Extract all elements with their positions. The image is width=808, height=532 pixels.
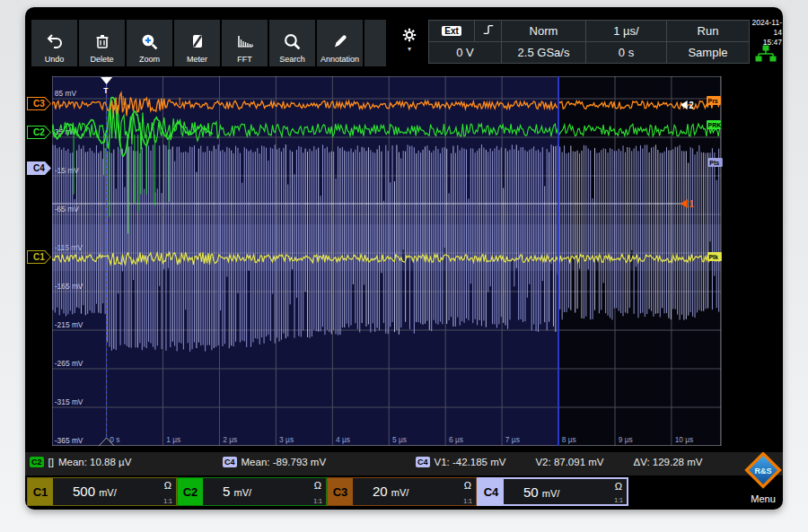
- channel-c4-coupling: Ω: [615, 481, 622, 492]
- svg-text:1 µs: 1 µs: [166, 435, 181, 444]
- cursor-dv-value: ΔV: 129.28 mV: [634, 457, 703, 467]
- channel-marker-c4[interactable]: C4: [27, 161, 51, 175]
- channel-marker-c1-label: C1: [28, 251, 50, 263]
- svg-text:85 mV: 85 mV: [55, 89, 76, 98]
- channel-c4-unit: mV/: [542, 488, 560, 499]
- horiz-position-cell[interactable]: 0 s: [585, 41, 667, 64]
- fft-button[interactable]: FFT: [222, 20, 268, 66]
- chevron-down-icon: ▾: [398, 47, 421, 52]
- rising-edge-icon: [482, 23, 495, 39]
- channel-c2-scale: 5: [223, 484, 230, 499]
- oscilloscope-screen: Undo Delete Zoom Meter FFT Search Anno: [25, 7, 783, 510]
- trigger-source-badge: Ext: [442, 26, 461, 36]
- measurement-bar: C2 [] Mean: 10.88 µV C4 Mean: -89.793 mV…: [25, 452, 783, 475]
- channel-c2-unit: mV/: [234, 487, 252, 498]
- cursor-results[interactable]: C4 V1: -42.185 mV V2: 87.091 mV ΔV: 129.…: [416, 457, 702, 467]
- fft-label: FFT: [237, 55, 252, 66]
- settings-button[interactable]: ▾: [398, 27, 421, 66]
- channel-c4-probe: 1:1: [614, 497, 623, 503]
- svg-text:2: 2: [689, 100, 693, 110]
- datetime-display: 2024-11-14 15:47: [748, 18, 782, 48]
- timebase-cell[interactable]: 1 µs/: [585, 20, 667, 42]
- channel-marker-c3[interactable]: C3: [27, 97, 51, 110]
- meter-icon: [189, 28, 206, 55]
- svg-text:-315 mV: -315 mV: [55, 397, 83, 406]
- undo-label: Undo: [45, 55, 65, 66]
- cursor-source-badge: C4: [416, 457, 430, 467]
- channel-c1-coupling: Ω: [164, 480, 171, 491]
- sample-rate-value: 2.5 GSa/s: [518, 46, 570, 59]
- svg-text:9 µs: 9 µs: [619, 435, 634, 444]
- acq-state-cell[interactable]: Run: [666, 20, 750, 42]
- svg-text:-65 mV: -65 mV: [55, 205, 79, 214]
- meter-label: Meter: [187, 55, 207, 66]
- acq-mode-cell[interactable]: Sample: [666, 41, 750, 64]
- toolbar-spacer: [364, 20, 386, 66]
- date-text: 2024-11-14: [748, 18, 782, 38]
- search-label: Search: [279, 55, 305, 66]
- svg-text:R&S: R&S: [754, 467, 771, 475]
- channel-c4-badge: C4: [479, 479, 504, 504]
- channel-c2-coupling: Ω: [314, 480, 321, 491]
- channel-c3-settings[interactable]: C3 20 mV/ Ω 1:1: [327, 477, 477, 506]
- svg-text:7 µs: 7 µs: [505, 435, 521, 444]
- channel-c1-badge: C1: [28, 478, 53, 505]
- svg-text:4 µs: 4 µs: [336, 435, 351, 444]
- svg-text:1: 1: [689, 199, 694, 209]
- svg-text:PRK: PRK: [707, 121, 721, 129]
- trigger-source-cell[interactable]: Ext: [428, 20, 475, 42]
- channel-c4-settings[interactable]: C4 50 mV/ Ω 1:1: [477, 477, 628, 506]
- measurement-1-source-badge: C2: [30, 457, 44, 467]
- channel-marker-c2[interactable]: C2: [27, 126, 51, 139]
- channel-c2-badge: C2: [178, 478, 203, 505]
- undo-button[interactable]: Undo: [31, 20, 77, 66]
- svg-text:-265 mV: -265 mV: [55, 359, 83, 368]
- search-icon: [283, 28, 302, 55]
- svg-text:T: T: [103, 86, 109, 95]
- channel-marker-c3-label: C3: [28, 98, 50, 109]
- meter-button[interactable]: Meter: [174, 20, 220, 66]
- channel-c3-unit: mV/: [391, 487, 409, 498]
- sample-rate-cell[interactable]: 2.5 GSa/s: [501, 41, 586, 64]
- svg-text:8 µs: 8 µs: [562, 435, 577, 444]
- channel-marker-c1[interactable]: C1: [27, 250, 51, 264]
- svg-text:5 µs: 5 µs: [392, 435, 408, 444]
- annotation-label: Annotation: [321, 55, 359, 66]
- svg-text:-15 mV: -15 mV: [55, 166, 79, 175]
- trigger-level-cell[interactable]: 0 V: [428, 41, 502, 64]
- trigger-slope-cell[interactable]: [474, 20, 502, 42]
- menu-label: Menu: [743, 493, 783, 504]
- waveform-display[interactable]: 85 mV35 mV-15 mV-65 mV-115 mV-165 mV-215…: [52, 76, 769, 446]
- trash-icon: [93, 28, 111, 55]
- measurement-2[interactable]: C4 Mean: -89.793 mV: [223, 457, 326, 467]
- timebase-value: 1 µs/: [613, 24, 638, 38]
- channel-c1-scale: 500: [73, 484, 95, 499]
- channel-c2-settings[interactable]: C2 5 mV/ Ω 1:1: [177, 477, 327, 506]
- svg-text:10 µs: 10 µs: [675, 435, 694, 444]
- channel-c1-probe: 1:1: [163, 498, 172, 504]
- channel-c2-probe: 1:1: [313, 498, 322, 504]
- acq-state-value: Run: [698, 24, 719, 38]
- undo-icon: [45, 28, 65, 55]
- zoom-icon: [140, 28, 159, 55]
- delete-button[interactable]: Delete: [79, 20, 125, 66]
- channel-c3-scale: 20: [373, 484, 388, 499]
- channel-c3-probe: 1:1: [463, 498, 472, 504]
- measurement-gate-icon: []: [48, 457, 54, 467]
- zoom-button[interactable]: Zoom: [127, 20, 172, 66]
- trigger-level-value: 0 V: [456, 46, 474, 59]
- channel-marker-c4-label: C4: [28, 162, 50, 174]
- measurement-2-value: Mean: -89.793 mV: [242, 457, 327, 467]
- annotation-button[interactable]: Annotation: [317, 20, 363, 66]
- svg-text:2 µs: 2 µs: [223, 435, 238, 444]
- channel-c1-settings[interactable]: C1 500 mV/ Ω 1:1: [27, 477, 177, 506]
- measurement-1[interactable]: C2 [] Mean: 10.88 µV: [30, 457, 131, 467]
- channel-marker-c2-label: C2: [28, 126, 50, 138]
- svg-text:Prs: Prs: [707, 97, 717, 105]
- zoom-label: Zoom: [139, 55, 160, 66]
- trigger-mode-cell[interactable]: Norm: [501, 20, 586, 42]
- menu-button[interactable]: R&S Menu: [743, 452, 783, 506]
- channel-c4-scale: 50: [523, 484, 539, 500]
- search-button[interactable]: Search: [269, 20, 315, 66]
- horiz-position-value: 0 s: [619, 46, 634, 59]
